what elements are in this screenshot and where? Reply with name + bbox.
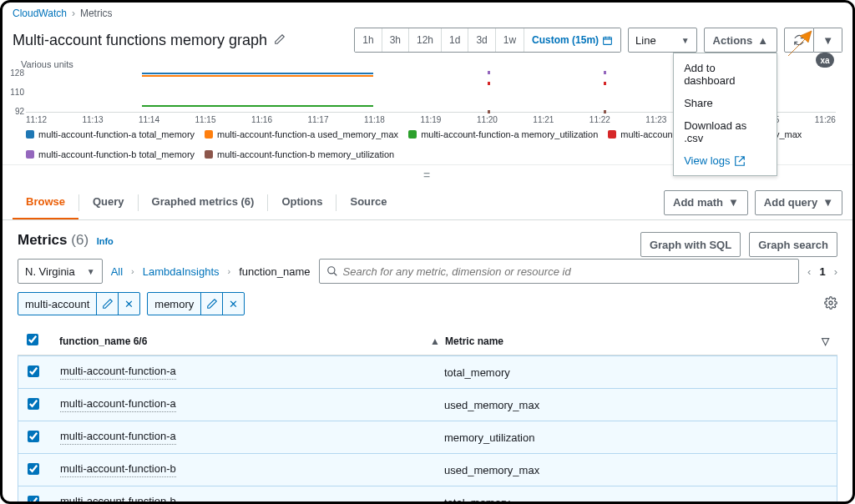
col-metric-name[interactable]: Metric name	[445, 335, 812, 347]
table-row[interactable]: multi-account-function-atotal_memory	[18, 356, 837, 389]
tab-graphed[interactable]: Graphed metrics (6)	[139, 185, 268, 219]
add-query-button[interactable]: Add query▼	[755, 190, 842, 215]
prev-page[interactable]: ‹	[807, 265, 811, 278]
tab-query[interactable]: Query	[79, 185, 138, 219]
table-header: function_name 6/6 ▲ Metric name ▽	[18, 327, 837, 355]
action-share[interactable]: Share	[674, 92, 777, 114]
metric-name-cell[interactable]: total_memory	[444, 366, 510, 379]
chevron-right-icon: ›	[131, 266, 134, 276]
pagination: ‹ 1 ›	[807, 265, 837, 278]
time-12h[interactable]: 12h	[409, 28, 442, 52]
breadcrumb-root[interactable]: CloudWatch	[13, 8, 67, 19]
time-range-selector[interactable]: 1h 3h 12h 1d 3d 1w Custom (15m)	[354, 28, 621, 53]
time-custom[interactable]: Custom (15m)	[524, 28, 620, 52]
caret-down-icon: ▼	[822, 196, 833, 209]
action-add-to-dashboard[interactable]: Add to dashboard	[674, 57, 777, 92]
tabs: Browse Query Graphed metrics (6) Options…	[3, 185, 852, 220]
pencil-icon	[102, 298, 114, 310]
caret-down-icon: ▼	[822, 34, 833, 47]
chip-remove[interactable]: ✕	[222, 293, 244, 315]
refresh-options-button[interactable]: ▼	[814, 28, 842, 53]
bc-namespace[interactable]: LambdaInsights	[143, 265, 220, 278]
region-select[interactable]: N. Virginia ▼	[18, 259, 103, 284]
svg-rect-0	[604, 37, 612, 44]
select-all-checkbox[interactable]	[27, 334, 38, 345]
legend-item[interactable]: multi-account-function-a memory_utilizat…	[408, 129, 598, 139]
actions-dropdown: Add to dashboard Share Download as .csv …	[673, 53, 777, 176]
tab-options[interactable]: Options	[268, 185, 336, 219]
legend-swatch	[608, 130, 616, 139]
info-link[interactable]: Info	[97, 236, 114, 246]
legend-swatch	[408, 130, 417, 139]
search-icon	[326, 265, 338, 277]
pencil-icon	[274, 33, 286, 45]
row-checkbox[interactable]	[28, 463, 39, 475]
caret-down-icon: ▼	[728, 196, 739, 209]
legend-swatch	[205, 130, 213, 139]
chip-remove[interactable]: ✕	[118, 293, 139, 315]
bc-dimension: function_name	[239, 265, 310, 278]
function-name-cell[interactable]: multi-account-function-b	[60, 495, 176, 504]
time-3h[interactable]: 3h	[382, 28, 409, 52]
legend-swatch	[26, 130, 34, 139]
sort-icon[interactable]: ▲	[425, 335, 445, 347]
edit-title-button[interactable]	[274, 33, 286, 48]
pencil-icon	[206, 298, 218, 310]
table-row[interactable]: multi-account-function-aused_memory_max	[18, 389, 837, 421]
search-box[interactable]	[319, 259, 800, 284]
col-function-name[interactable]: function_name 6/6	[48, 335, 425, 347]
next-page[interactable]: ›	[834, 265, 837, 278]
function-name-cell[interactable]: multi-account-function-a	[60, 397, 176, 412]
legend-item[interactable]: multi-account-function-b memory_utilizat…	[205, 149, 394, 159]
svg-point-2	[829, 301, 832, 305]
tab-browse[interactable]: Browse	[13, 185, 78, 219]
actions-button[interactable]: Actions ▲	[704, 28, 778, 53]
legend-item[interactable]: multi-account-function-a used_memory_max	[205, 129, 398, 139]
action-view-logs[interactable]: View logs	[674, 149, 777, 172]
chip-edit[interactable]	[96, 293, 118, 315]
graph-search-button[interactable]: Graph search	[749, 232, 837, 257]
metric-name-cell[interactable]: total_memory	[444, 496, 510, 505]
column-options[interactable]: ▽	[812, 335, 837, 347]
filter-chips: multi-account ✕ memory ✕	[18, 292, 837, 315]
chip-memory: memory ✕	[147, 292, 245, 315]
external-link-icon	[734, 155, 746, 167]
time-1w[interactable]: 1w	[496, 28, 524, 52]
graph-with-sql-button[interactable]: Graph with SQL	[640, 232, 741, 257]
all-link[interactable]: All	[111, 265, 123, 278]
action-download-csv[interactable]: Download as .csv	[674, 114, 777, 149]
time-1d[interactable]: 1d	[442, 28, 468, 52]
settings-button[interactable]	[824, 296, 837, 312]
table-row[interactable]: multi-account-function-btotal_memory	[18, 486, 837, 504]
row-checkbox[interactable]	[28, 398, 39, 410]
table-row[interactable]: multi-account-function-bused_memory_max	[18, 454, 837, 486]
row-checkbox[interactable]	[28, 431, 39, 442]
chart-type-select[interactable]: Line ▼	[628, 28, 696, 53]
row-checkbox[interactable]	[28, 365, 39, 377]
chevron-right-icon: ›	[228, 266, 231, 276]
refresh-button[interactable]	[784, 28, 814, 53]
row-checkbox[interactable]	[28, 496, 39, 505]
function-name-cell[interactable]: multi-account-function-a	[60, 430, 176, 445]
legend-swatch	[205, 150, 213, 159]
add-math-button[interactable]: Add math▼	[664, 190, 748, 215]
function-name-cell[interactable]: multi-account-function-a	[60, 365, 176, 380]
function-name-cell[interactable]: multi-account-function-b	[60, 462, 176, 477]
chip-multi-account: multi-account ✕	[18, 292, 140, 315]
svg-point-1	[327, 267, 334, 274]
legend-item[interactable]: multi-account-function-b total_memory	[26, 149, 195, 159]
metric-name-cell[interactable]: memory_utilization	[444, 431, 534, 444]
time-3d[interactable]: 3d	[468, 28, 495, 52]
metric-name-cell[interactable]: used_memory_max	[444, 399, 539, 411]
table-row[interactable]: multi-account-function-amemory_utilizati…	[18, 421, 837, 454]
metrics-table: function_name 6/6 ▲ Metric name ▽ multi-…	[18, 327, 837, 504]
chevron-right-icon: ›	[72, 8, 75, 19]
time-1h[interactable]: 1h	[355, 28, 382, 52]
legend-item[interactable]: multi-account-function-a total_memory	[26, 129, 195, 139]
tab-source[interactable]: Source	[336, 185, 400, 219]
caret-up-icon: ▲	[757, 34, 768, 47]
chip-edit[interactable]	[200, 293, 222, 315]
metric-name-cell[interactable]: used_memory_max	[444, 464, 539, 476]
page-title: Multi-account functions memory graph	[13, 32, 267, 49]
search-input[interactable]	[343, 265, 792, 278]
